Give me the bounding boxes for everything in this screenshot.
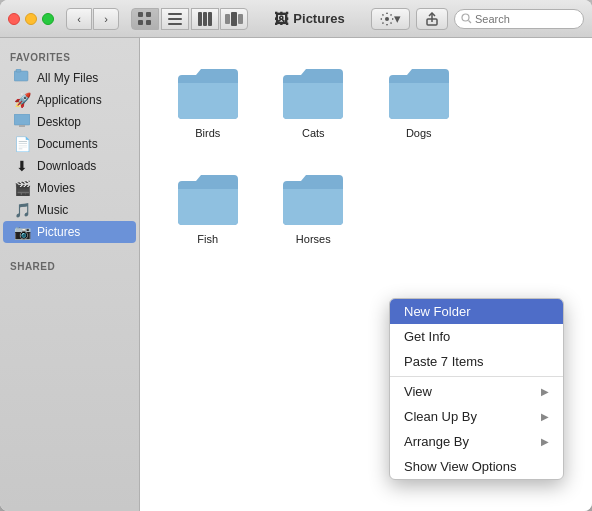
sidebar-item-movies[interactable]: 🎬 Movies [3,177,136,199]
window-title-area: 🖼 Pictures [248,11,371,27]
svg-point-13 [385,17,389,21]
pictures-icon: 📷 [13,224,31,240]
svg-rect-6 [168,23,182,25]
finder-window: ‹ › [0,0,592,511]
folder-icon-cats [279,63,347,123]
forward-button[interactable]: › [93,8,119,30]
folder-label-birds: Birds [195,127,220,139]
ctx-paste-items[interactable]: Paste 7 Items [390,349,563,374]
maximize-button[interactable] [42,13,54,25]
svg-rect-0 [138,12,143,17]
folder-item-cats[interactable]: Cats [266,58,362,144]
sidebar: FAVORITES All My Files 🚀 Applications [0,38,140,511]
ctx-separator-1 [390,376,563,377]
downloads-icon: ⬇ [13,158,31,174]
sidebar-item-label: All My Files [37,71,98,85]
back-button[interactable]: ‹ [66,8,92,30]
context-menu: New Folder Get Info Paste 7 Items View ▶… [389,298,564,480]
traffic-lights [8,13,54,25]
all-my-files-icon [13,69,31,86]
svg-rect-18 [14,71,28,81]
content-area: Birds Cats Dogs [140,38,592,511]
svg-rect-7 [198,12,202,26]
ctx-clean-up-by[interactable]: Clean Up By ▶ [390,404,563,429]
sidebar-item-pictures[interactable]: 📷 Pictures [3,221,136,243]
sidebar-item-label: Downloads [37,159,96,173]
window-title: Pictures [293,11,344,26]
sidebar-item-label: Applications [37,93,102,107]
favorites-header: FAVORITES [0,46,139,66]
ctx-show-view-options[interactable]: Show View Options [390,454,563,479]
ctx-view-label: View [404,384,432,399]
movies-icon: 🎬 [13,180,31,196]
sidebar-item-label: Documents [37,137,98,151]
action-gear-button[interactable]: ▾ [371,8,410,30]
share-button[interactable] [416,8,448,30]
ctx-get-info[interactable]: Get Info [390,324,563,349]
applications-icon: 🚀 [13,92,31,108]
ctx-arrange-arrow: ▶ [541,436,549,447]
svg-rect-20 [14,114,30,125]
sidebar-item-documents[interactable]: 📄 Documents [3,133,136,155]
folder-label-fish: Fish [197,233,218,245]
sidebar-item-downloads[interactable]: ⬇ Downloads [3,155,136,177]
folder-icon-small: 🖼 [274,11,288,27]
folder-icon-fish [174,169,242,229]
ctx-clean-up-arrow: ▶ [541,411,549,422]
folder-item-horses[interactable]: Horses [266,164,362,250]
svg-rect-12 [238,14,243,24]
main-area: FAVORITES All My Files 🚀 Applications [0,38,592,511]
column-view-button[interactable] [191,8,219,30]
view-buttons [131,8,248,30]
ctx-arrange-by[interactable]: Arrange By ▶ [390,429,563,454]
svg-rect-2 [138,20,143,25]
folder-label-dogs: Dogs [406,127,432,139]
ctx-new-folder[interactable]: New Folder [390,299,563,324]
sidebar-item-label: Pictures [37,225,80,239]
folder-icon-horses [279,169,347,229]
icon-view-button[interactable] [131,8,159,30]
search-box[interactable] [454,9,584,29]
ctx-view-arrow: ▶ [541,386,549,397]
svg-rect-11 [231,12,237,26]
sidebar-item-all-my-files[interactable]: All My Files [3,66,136,89]
sidebar-item-label: Movies [37,181,75,195]
sidebar-item-label: Desktop [37,115,81,129]
svg-rect-10 [225,14,230,24]
sidebar-item-label: Music [37,203,68,217]
coverflow-view-button[interactable] [220,8,248,30]
sidebar-item-desktop[interactable]: Desktop [3,111,136,133]
svg-rect-21 [19,125,25,127]
shared-header: SHARED [0,255,139,275]
sidebar-item-applications[interactable]: 🚀 Applications [3,89,136,111]
svg-rect-1 [146,12,151,17]
ctx-paste-items-label: Paste 7 Items [404,354,483,369]
search-input[interactable] [475,13,577,25]
svg-rect-9 [208,12,212,26]
folder-grid: Birds Cats Dogs [160,58,572,250]
ctx-clean-up-by-label: Clean Up By [404,409,477,424]
ctx-show-view-options-label: Show View Options [404,459,517,474]
svg-rect-5 [168,18,182,20]
music-icon: 🎵 [13,202,31,218]
folder-label-horses: Horses [296,233,331,245]
folder-icon-birds [174,63,242,123]
svg-rect-19 [16,69,21,72]
list-view-button[interactable] [161,8,189,30]
ctx-new-folder-label: New Folder [404,304,470,319]
minimize-button[interactable] [25,13,37,25]
folder-item-dogs[interactable]: Dogs [371,58,467,144]
svg-rect-3 [146,20,151,25]
close-button[interactable] [8,13,20,25]
ctx-view[interactable]: View ▶ [390,379,563,404]
folder-label-cats: Cats [302,127,325,139]
ctx-get-info-label: Get Info [404,329,450,344]
folder-item-birds[interactable]: Birds [160,58,256,144]
folder-item-fish[interactable]: Fish [160,164,256,250]
titlebar: ‹ › [0,0,592,38]
sidebar-item-music[interactable]: 🎵 Music [3,199,136,221]
folder-icon-dogs [385,63,453,123]
documents-icon: 📄 [13,136,31,152]
ctx-arrange-by-label: Arrange By [404,434,469,449]
svg-rect-4 [168,13,182,15]
